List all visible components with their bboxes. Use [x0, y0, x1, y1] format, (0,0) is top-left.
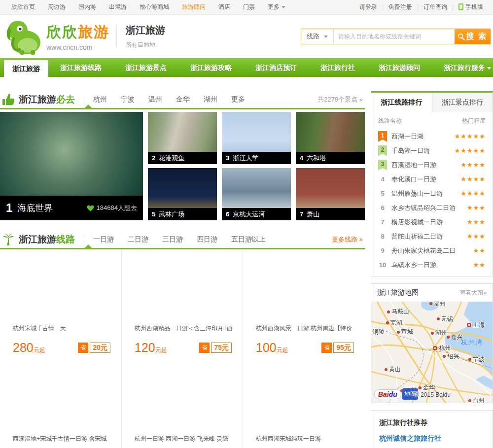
nav-zhejiang-travel[interactable]: 浙江旅游 — [4, 60, 48, 77]
product-price: 280元起 — [13, 341, 45, 355]
product-card[interactable]: 杭州西湖宋城纯玩一日游 230元起 省100元 — [243, 368, 365, 448]
rank-route-name[interactable]: 奉化溪口一日游 — [391, 175, 436, 184]
site-logo[interactable]: 欣欣旅游 www.cncn.com — [3, 17, 109, 56]
city-tab-huzhou[interactable]: 湖州 — [204, 95, 217, 104]
rank-route-name[interactable]: 横店影视城一日游 — [391, 218, 443, 227]
topbar-link-tickets[interactable]: 门票 — [237, 3, 261, 11]
search-category-select[interactable]: 线路 — [301, 29, 334, 44]
rank-route-name[interactable]: 千岛湖一日游 — [391, 146, 430, 155]
product-title[interactable]: 杭州西湖风景一日游 杭州周边【特价 — [256, 324, 354, 333]
login-link[interactable]: 请登录 — [354, 3, 382, 11]
spot-card[interactable]: 4六和塔 — [296, 112, 365, 164]
product-title[interactable]: 杭州一日游 西湖一日游 飞来峰 灵隐 — [135, 435, 232, 443]
rank-row[interactable]: 9 舟山朱家尖桃花岛二日 ★★ — [371, 243, 493, 258]
tab-four-day[interactable]: 四日游 — [197, 235, 217, 244]
rank-row[interactable]: 5 温州雁荡山一日游 ★★★★ — [371, 186, 493, 201]
product-title[interactable]: 西溪湿地+宋城千古情一日游 含宋城 — [13, 435, 110, 443]
spot-card-ocean-world[interactable]: 1 海底世界 184684人想去 — [0, 112, 143, 220]
spot-card[interactable]: 5武林广场 — [148, 168, 217, 220]
tab-route-ranking[interactable]: 浙江线路排行 — [371, 93, 432, 111]
product-card[interactable]: 杭州西湖风景一日游 杭州周边【特价 100元起 省95元 — [243, 249, 365, 368]
search-button[interactable]: 搜 索 — [455, 29, 490, 44]
product-card[interactable]: 杭州一日游 西湖一日游 飞来峰 灵隐 105元起 省75元 — [122, 368, 243, 448]
product-card[interactable]: 杭州宋城千古情一天 280元起 省20元 — [0, 249, 122, 368]
palm-tree-icon — [2, 233, 15, 246]
tab-spot-ranking[interactable]: 浙江景点排行 — [432, 93, 493, 111]
city-dot-icon — [386, 321, 389, 324]
rank-route-name[interactable]: 水乡古镇品绍兴二日游 — [391, 204, 456, 212]
register-link[interactable]: 免费注册 — [384, 3, 417, 11]
topbar-link-hotel[interactable]: 酒店 — [212, 3, 237, 11]
topbar-link-more[interactable]: 更多 — [261, 3, 292, 11]
city-tab-wenzhou[interactable]: 温州 — [148, 95, 162, 104]
nav-services[interactable]: 浙江旅行服务 — [432, 58, 493, 77]
baidu-map[interactable]: 常州 马鞍山 无锡 芜湖 上海 铜陵 宣城 湖州 嘉兴 杭州湾 杭州 绍兴 宁波… — [371, 302, 493, 403]
product-card[interactable]: 杭州西湖精品一日游＜含三潭印月+西 120元起 省75元 — [122, 249, 243, 368]
agency-link[interactable]: 杭州诚信之旅旅行社 — [379, 434, 485, 443]
product-title[interactable]: 杭州西湖宋城纯玩一日游 — [256, 435, 354, 443]
search-input[interactable] — [334, 29, 455, 44]
rank-route-name[interactable]: 舟山朱家尖桃花岛二日 — [391, 246, 456, 255]
price-value: 280 — [13, 341, 34, 354]
nav-attractions[interactable]: 浙江旅游景点 — [113, 58, 178, 77]
nav-guides[interactable]: 浙江旅游攻略 — [178, 58, 244, 77]
rank-route-name[interactable]: 普陀山祈福二日游 — [391, 232, 443, 241]
spot-name: 京杭大运河 — [233, 210, 265, 219]
topbar-link-domestic[interactable]: 国内游 — [72, 3, 103, 11]
total-spots-link[interactable]: 共2279个景点 » — [317, 95, 365, 104]
tab-five-day-plus[interactable]: 五日游以上 — [231, 235, 266, 244]
spot-rank: 5 — [152, 210, 155, 218]
nav-services-label: 浙江旅行服务 — [444, 64, 485, 71]
topbar-link-outbound[interactable]: 出境游 — [103, 3, 133, 11]
rank-row[interactable]: 8 普陀山祈福二日游 ★★★ — [371, 229, 493, 243]
section-caret — [85, 104, 92, 108]
rank-route-name[interactable]: 西溪湿地一日游 — [391, 161, 436, 170]
tab-three-day[interactable]: 三日游 — [162, 235, 183, 244]
nav-routes[interactable]: 浙江旅游线路 — [48, 58, 113, 77]
spot-label: 6京杭大运河 — [222, 208, 291, 220]
product-price-row: 120元起 省75元 — [135, 341, 232, 368]
topbar-link-home[interactable]: 欣欣首页 — [5, 3, 41, 11]
rank-row[interactable]: 4 奉化溪口一日游 ★★★★ — [371, 172, 493, 186]
map-city-label: 湖州 — [431, 329, 447, 337]
nav-consultant[interactable]: 浙江旅游顾问 — [367, 58, 432, 77]
city-name: 宣城 — [401, 328, 413, 336]
spot-card[interactable]: 3浙江大学 — [222, 112, 291, 164]
topbar-link-mall[interactable]: 放心游商城 — [133, 3, 176, 11]
mobile-version-link[interactable]: 手机版 — [454, 3, 488, 11]
mustgo-section-header: 浙江旅游必去 杭州 宁波 温州 金华 湖州 更多 共2279个景点 » — [0, 91, 365, 109]
tab-one-day[interactable]: 一日游 — [93, 235, 114, 244]
more-routes-link[interactable]: 更多线路 » — [332, 235, 365, 244]
city-tab-more[interactable]: 更多 — [231, 95, 245, 104]
product-title[interactable]: 杭州宋城千古情一天 — [13, 324, 110, 333]
topbar-link-nearby[interactable]: 周边游 — [41, 3, 72, 11]
spot-card[interactable]: 2花港观鱼 — [148, 112, 217, 164]
rank-route-name[interactable]: 温州雁荡山一日游 — [391, 189, 443, 198]
rank-row[interactable]: 7 横店影视城一日游 ★★★ — [371, 215, 493, 229]
order-query-link[interactable]: 订单查询 — [419, 3, 452, 11]
logo-xinxin: 欣欣 — [46, 24, 78, 40]
city-name: 无锡 — [441, 315, 453, 323]
view-large-map-link[interactable]: 查看大图» — [459, 289, 487, 297]
rank-row[interactable]: 2 千岛湖一日游 ★★★★★ — [371, 143, 493, 158]
product-card[interactable]: 西溪湿地+宋城千古情一日游 含宋城 250元起 省30元 — [0, 368, 122, 448]
map-city-label: 台州 — [468, 397, 485, 403]
rank-row[interactable]: 1 西湖一日湖 ★★★★★ — [371, 129, 493, 143]
rank-route-name[interactable]: 西湖一日湖 — [391, 132, 423, 141]
rank-number: 8 — [378, 233, 387, 240]
city-tab-jinhua[interactable]: 金华 — [176, 95, 190, 104]
city-tab-hangzhou[interactable]: 杭州 — [93, 95, 107, 104]
rank-row[interactable]: 10 乌镇水乡一日游 ★★ — [371, 258, 493, 272]
tab-two-day[interactable]: 二日游 — [128, 235, 148, 244]
rank-row[interactable]: 3 西溪湿地一日游 ★★★★ — [371, 158, 493, 172]
city-tab-ningbo[interactable]: 宁波 — [121, 95, 135, 104]
rank-route-name[interactable]: 乌镇水乡一日游 — [391, 261, 436, 270]
spot-card[interactable]: 6京杭大运河 — [222, 168, 291, 220]
topbar-link-consultant[interactable]: 旅游顾问 — [176, 3, 212, 11]
nav-hotel-booking[interactable]: 浙江酒店预订 — [244, 58, 309, 77]
nav-travel-agency[interactable]: 浙江旅行社 — [309, 58, 367, 77]
product-title[interactable]: 杭州西湖精品一日游＜含三潭印月+西 — [135, 324, 232, 333]
spot-card[interactable]: 7萧山 — [296, 168, 365, 220]
page-subtitle[interactable]: 所有目的地 — [126, 41, 165, 49]
rank-row[interactable]: 6 水乡古镇品绍兴二日游 ★★★ — [371, 201, 493, 215]
